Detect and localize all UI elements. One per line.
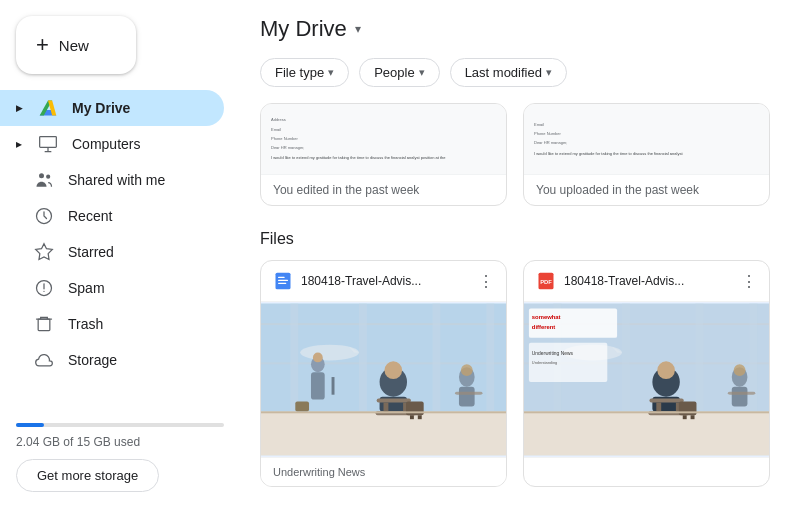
sidebar-item-computers[interactable]: ▸ Computers	[0, 126, 224, 162]
expand-arrow-icon: ▸	[16, 101, 22, 115]
card-1-caption: You edited in the past week	[261, 174, 506, 205]
svg-rect-35	[418, 415, 422, 419]
sidebar-item-my-drive-label: My Drive	[72, 100, 130, 116]
svg-rect-75	[524, 411, 769, 413]
filter-bar: File type ▾ People ▾ Last modified ▾	[260, 58, 770, 87]
svg-rect-41	[295, 402, 309, 412]
svg-rect-12	[261, 411, 506, 455]
file-card-2[interactable]: PDF 180418-Travel-Advis... ⋮	[523, 260, 770, 487]
sidebar-item-trash[interactable]: Trash	[0, 306, 224, 342]
file-1-thumbnail	[261, 302, 506, 457]
sidebar-item-storage[interactable]: Storage	[0, 342, 224, 378]
suggested-card-2[interactable]: Email Phone Number Dear HR manager, I wo…	[523, 103, 770, 206]
svg-point-24	[313, 353, 323, 363]
filter-last-modified-label: Last modified	[465, 65, 542, 80]
suggested-card-1[interactable]: Address Email Phone Number Dear HR manag…	[260, 103, 507, 206]
page-title: My Drive	[260, 16, 347, 42]
sidebar-item-starred-label: Starred	[68, 244, 114, 260]
filter-people-label: People	[374, 65, 414, 80]
pdf-icon: PDF	[536, 271, 556, 291]
svg-rect-16	[290, 304, 298, 412]
files-section-title: Files	[260, 230, 770, 248]
file-1-name: 180418-Travel-Advis...	[301, 274, 421, 288]
filter-chip-people[interactable]: People ▾	[359, 58, 439, 87]
svg-point-1	[39, 173, 44, 178]
file-1-title-row: 180418-Travel-Advis...	[273, 271, 478, 291]
main-content: My Drive ▾ File type ▾ People ▾ Last mod…	[240, 0, 790, 512]
sidebar-item-recent[interactable]: Recent	[0, 198, 224, 234]
filter-chip-file-type[interactable]: File type ▾	[260, 58, 349, 87]
plus-icon: +	[36, 32, 49, 58]
svg-rect-66	[732, 387, 748, 407]
storage-used-text: 2.04 GB of 15 GB used	[16, 435, 224, 449]
svg-rect-58	[649, 399, 683, 403]
svg-rect-64	[691, 415, 695, 419]
file-card-1[interactable]: 180418-Travel-Advis... ⋮	[260, 260, 507, 487]
chip-arrow-icon-people: ▾	[419, 66, 425, 79]
svg-point-67	[734, 364, 746, 376]
storage-bar-fill	[16, 423, 44, 427]
file-1-caption: Underwriting News	[261, 457, 506, 486]
svg-rect-63	[683, 415, 687, 419]
filter-chip-last-modified[interactable]: Last modified ▾	[450, 58, 567, 87]
svg-point-38	[461, 364, 473, 376]
svg-point-20	[300, 345, 359, 361]
storage-section: 2.04 GB of 15 GB used Get more storage	[0, 411, 240, 504]
computer-icon	[38, 134, 58, 154]
title-dropdown-icon[interactable]: ▾	[355, 22, 361, 36]
sidebar: + New ▸ My Drive ▸	[0, 0, 240, 512]
svg-rect-10	[278, 283, 286, 284]
trash-icon	[34, 314, 54, 334]
sidebar-item-my-drive[interactable]: ▸ My Drive	[0, 90, 224, 126]
chip-arrow-icon-lastmodified: ▾	[546, 66, 552, 79]
sidebar-nav: ▸ My Drive ▸ Computers	[0, 90, 240, 411]
svg-rect-29	[377, 399, 411, 403]
chip-arrow-icon-filetype: ▾	[328, 66, 334, 79]
svg-rect-0	[40, 137, 57, 148]
file-card-1-header: 180418-Travel-Advis... ⋮	[261, 261, 506, 302]
svg-rect-17	[359, 304, 367, 412]
file-2-title-row: PDF 180418-Travel-Advis...	[536, 271, 741, 291]
svg-rect-8	[278, 277, 285, 278]
new-button-label: New	[59, 37, 89, 54]
svg-text:somewhat: somewhat	[532, 314, 561, 320]
svg-rect-19	[486, 304, 494, 412]
doc-icon	[273, 271, 293, 291]
svg-point-28	[384, 361, 402, 379]
storage-bar-background	[16, 423, 224, 427]
card-preview-2: Email Phone Number Dear HR manager, I wo…	[524, 104, 769, 174]
file-2-caption	[524, 457, 769, 474]
svg-text:different: different	[532, 324, 556, 330]
filter-file-type-label: File type	[275, 65, 324, 80]
file-card-2-header: PDF 180418-Travel-Advis... ⋮	[524, 261, 769, 302]
svg-point-2	[46, 175, 50, 179]
svg-rect-6	[38, 319, 50, 331]
svg-text:Underwriting News: Underwriting News	[532, 351, 574, 356]
sidebar-item-spam[interactable]: Spam	[0, 270, 224, 306]
sidebar-item-starred[interactable]: Starred	[0, 234, 224, 270]
svg-rect-9	[278, 280, 288, 281]
expand-arrow-computers-icon: ▸	[16, 137, 22, 151]
svg-rect-39	[455, 392, 482, 395]
svg-text:Understanding: Understanding	[532, 360, 557, 365]
sidebar-item-computers-label: Computers	[72, 136, 140, 152]
recent-icon	[34, 206, 54, 226]
files-grid: 180418-Travel-Advis... ⋮	[260, 260, 770, 487]
svg-rect-68	[728, 392, 755, 395]
svg-text:PDF: PDF	[540, 279, 552, 285]
more-options-icon-1[interactable]: ⋮	[478, 272, 494, 291]
sidebar-item-shared-label: Shared with me	[68, 172, 165, 188]
main-header: My Drive ▾	[260, 16, 770, 42]
svg-point-57	[657, 361, 675, 379]
star-icon	[34, 242, 54, 262]
more-options-icon-2[interactable]: ⋮	[741, 272, 757, 291]
sidebar-item-shared[interactable]: Shared with me	[0, 162, 224, 198]
svg-rect-51	[696, 304, 704, 412]
get-more-storage-button[interactable]: Get more storage	[16, 459, 159, 492]
svg-rect-52	[749, 304, 757, 412]
svg-point-5	[43, 291, 44, 292]
sidebar-item-trash-label: Trash	[68, 316, 103, 332]
sidebar-item-spam-label: Spam	[68, 280, 105, 296]
new-button[interactable]: + New	[16, 16, 136, 74]
svg-rect-40	[261, 411, 506, 413]
